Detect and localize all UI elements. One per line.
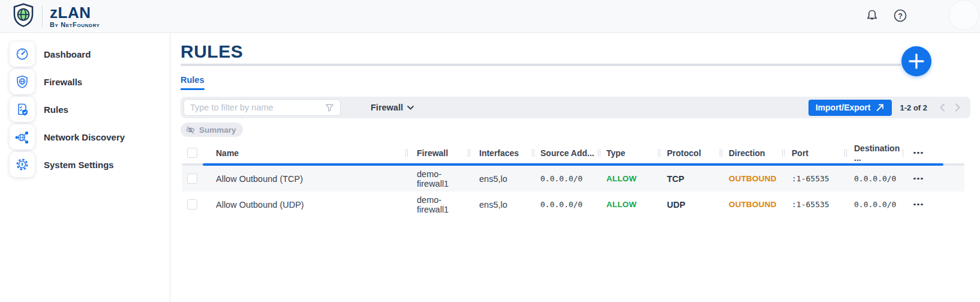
column-resize-handle[interactable]	[782, 149, 784, 157]
brand-subtitle: By NetFoundry	[50, 22, 100, 28]
rule-name: Allow Outbound (UDP)	[216, 200, 304, 210]
rules-checklist-icon	[10, 97, 35, 122]
pagination-range-label: 1-2 of 2	[900, 103, 927, 112]
firewall-dropdown[interactable]: Firewall	[371, 103, 414, 112]
column-resize-handle[interactable]	[844, 149, 847, 157]
table-row[interactable]: Allow Outbound (TCP) demo-firewall1 ens5…	[182, 166, 964, 192]
network-globe-icon	[10, 124, 35, 149]
sidebar-item-label: Firewalls	[44, 77, 82, 87]
rule-direction-badge: OUTBOUND	[729, 174, 777, 183]
sidebar-item-dashboard[interactable]: Dashboard	[0, 40, 170, 68]
column-resize-handle[interactable]	[903, 149, 903, 157]
gear-lock-icon	[10, 152, 35, 177]
sidebar-item-label: Dashboard	[44, 49, 91, 59]
column-header-source[interactable]: Source Add...	[540, 148, 594, 158]
page-title: RULES	[181, 43, 980, 61]
column-header-direction[interactable]: Direction	[729, 148, 765, 158]
sidebar-item-firewalls[interactable]: Firewalls	[0, 68, 170, 95]
rules-table: Name Firewall Interfaces Source Add... T…	[182, 142, 964, 217]
rule-name: Allow Outbound (TCP)	[216, 174, 303, 184]
summary-chip-label: Summary	[199, 125, 236, 134]
rule-protocol: UDP	[667, 200, 686, 210]
title-divider	[181, 64, 901, 66]
row-more-options-icon[interactable]	[913, 178, 923, 180]
plus-icon	[901, 46, 931, 76]
table-toolbar: Firewall Import/Export 1-2 of 2	[181, 97, 970, 118]
column-header-port[interactable]: Port	[792, 148, 808, 158]
top-bar: zLAN By NetFoundry ?	[0, 0, 980, 33]
import-export-label: Import/Export	[816, 103, 871, 112]
rule-source-address: 0.0.0.0/0	[540, 200, 582, 209]
brand: zLAN By NetFoundry	[12, 2, 100, 30]
notifications-bell-icon[interactable]	[865, 8, 879, 25]
chevron-right-icon	[954, 103, 961, 112]
pagination-prev-button[interactable]	[934, 100, 950, 115]
rule-protocol: TCP	[667, 174, 684, 184]
svg-text:?: ?	[898, 11, 903, 20]
column-header-protocol[interactable]: Protocol	[667, 148, 701, 158]
rule-direction-badge: OUTBOUND	[729, 200, 777, 209]
main-content: RULES Rules Firewall	[170, 33, 980, 302]
firewall-dropdown-label: Firewall	[371, 103, 403, 112]
select-all-checkbox[interactable]	[187, 148, 197, 158]
rule-port: :1-65535	[792, 174, 829, 183]
filter-input-wrapper	[184, 99, 341, 116]
header-more-options-icon[interactable]	[913, 152, 923, 154]
column-header-interfaces[interactable]: Interfaces	[479, 148, 519, 158]
table-row[interactable]: Allow Outbound (UDP) demo-firewall1 ens5…	[182, 192, 964, 217]
sidebar: Dashboard Firewalls	[0, 33, 170, 302]
eye-slash-icon	[185, 125, 196, 134]
brand-title: zLAN	[50, 5, 100, 20]
column-resize-handle[interactable]	[468, 149, 470, 157]
rule-destination-address: 0.0.0.0/0	[854, 200, 896, 209]
rule-firewall: demo-firewall1	[417, 195, 468, 214]
column-header-type[interactable]: Type	[606, 148, 626, 158]
row-checkbox[interactable]	[187, 174, 197, 184]
column-resize-handle[interactable]	[598, 149, 600, 157]
funnel-filter-icon	[324, 103, 335, 115]
rule-type-badge: ALLOW	[606, 174, 637, 183]
sidebar-item-rules[interactable]: Rules	[0, 95, 170, 123]
column-resize-handle[interactable]	[658, 149, 660, 157]
sidebar-item-network-discovery[interactable]: Network Discovery	[0, 123, 170, 151]
tab-active-underline	[181, 88, 205, 90]
brand-divider	[42, 5, 43, 27]
sidebar-item-label: System Settings	[44, 160, 114, 170]
row-checkbox[interactable]	[187, 199, 197, 210]
sidebar-item-label: Network Discovery	[44, 132, 125, 142]
column-header-destination[interactable]: Destination ...	[854, 143, 904, 163]
column-resize-handle[interactable]	[405, 149, 408, 157]
rule-interfaces: ens5,lo	[479, 200, 507, 210]
sidebar-item-label: Rules	[44, 104, 68, 115]
shield-globe-logo-icon	[12, 2, 35, 30]
pagination-next-button[interactable]	[950, 100, 966, 115]
column-header-firewall[interactable]: Firewall	[417, 148, 448, 158]
rule-port: :1-65535	[792, 200, 829, 209]
chevron-left-icon	[939, 103, 946, 112]
export-arrow-icon	[875, 103, 885, 112]
tab-rules[interactable]: Rules	[181, 75, 205, 85]
import-export-button[interactable]: Import/Export	[808, 100, 892, 116]
add-rule-button[interactable]	[901, 46, 931, 76]
column-header-name[interactable]: Name	[216, 148, 239, 158]
rule-interfaces: ens5,lo	[479, 174, 507, 184]
avatar[interactable]	[949, 0, 979, 30]
help-icon[interactable]: ?	[892, 8, 908, 26]
sidebar-item-system-settings[interactable]: System Settings	[0, 151, 170, 178]
column-resize-handle[interactable]	[532, 149, 534, 157]
rule-firewall: demo-firewall1	[417, 169, 468, 189]
column-resize-handle[interactable]	[720, 149, 722, 157]
filter-by-name-input[interactable]	[184, 103, 316, 112]
tab-bar: Rules	[181, 74, 980, 90]
rule-type-badge: ALLOW	[606, 200, 637, 209]
rule-source-address: 0.0.0.0/0	[540, 174, 582, 183]
shield-globe-icon	[10, 69, 35, 94]
summary-toggle-chip[interactable]: Summary	[181, 122, 243, 137]
brand-text: zLAN By NetFoundry	[50, 5, 100, 28]
gauge-icon	[10, 41, 35, 67]
table-header-row: Name Firewall Interfaces Source Add... T…	[182, 142, 964, 163]
row-more-options-icon[interactable]	[913, 204, 923, 206]
rule-destination-address: 0.0.0.0/0	[854, 174, 896, 183]
chevron-down-icon	[407, 106, 414, 110]
